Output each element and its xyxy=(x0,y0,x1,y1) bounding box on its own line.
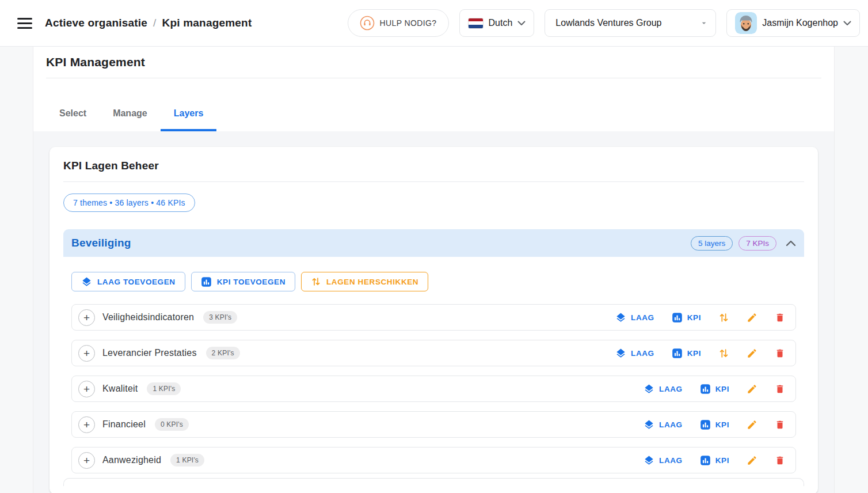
tab-layers[interactable]: Layers xyxy=(161,104,217,131)
row-add-layer-button[interactable]: LAAG xyxy=(615,312,654,323)
edit-button[interactable] xyxy=(747,419,757,430)
tab-select[interactable]: Select xyxy=(46,104,100,131)
layers-icon xyxy=(644,455,654,466)
edit-button[interactable] xyxy=(747,455,757,466)
delete-button[interactable] xyxy=(775,348,785,359)
headset-icon xyxy=(360,16,375,31)
row-add-kpi-button[interactable]: KPI xyxy=(672,312,701,323)
row-kpi-label: KPI xyxy=(715,420,729,429)
expand-layer-button[interactable]: + xyxy=(78,416,95,433)
row-add-layer-button[interactable]: LAAG xyxy=(615,348,654,359)
tab-manage[interactable]: Manage xyxy=(100,104,161,131)
delete-button[interactable] xyxy=(775,384,785,395)
section-actions: LAAG TOEVOEGEN KPI TOEVOEGEN xyxy=(71,272,796,291)
expand-layer-button[interactable]: + xyxy=(78,345,95,362)
row-add-kpi-button[interactable]: KPI xyxy=(672,348,701,359)
bar-chart-icon xyxy=(201,276,212,287)
left-gutter xyxy=(0,47,33,493)
pencil-icon xyxy=(747,348,757,359)
user-avatar xyxy=(735,12,757,34)
language-dropdown[interactable]: Dutch xyxy=(459,9,535,37)
edit-button[interactable] xyxy=(747,384,757,395)
expand-layer-button[interactable]: + xyxy=(78,452,95,469)
layers-count-badge: 5 layers xyxy=(691,236,733,251)
user-menu[interactable]: Jasmijn Kogenhop xyxy=(726,9,860,37)
layer-row: + Leverancier Prestaties 2 KPI's LAAG KP… xyxy=(71,340,796,366)
swap-vertical-icon xyxy=(718,348,729,359)
kpi-count-badge: 2 KPI's xyxy=(206,347,240,359)
chevron-up-icon[interactable] xyxy=(786,240,796,246)
reorder-layers-label: LAGEN HERSCHIKKEN xyxy=(326,278,418,286)
theme-section-header[interactable]: Beveiliging 5 layers 7 KPIs xyxy=(63,229,804,257)
swap-vertical-icon xyxy=(311,276,321,287)
layers-icon xyxy=(81,276,92,287)
row-kpi-label: KPI xyxy=(715,456,729,465)
pencil-icon xyxy=(747,384,757,395)
edit-button[interactable] xyxy=(747,348,757,359)
reorder-layers-button[interactable]: LAGEN HERSCHIKKEN xyxy=(301,272,428,291)
top-header: Actieve organisatie / Kpi management HUL… xyxy=(0,0,868,47)
kpi-count-badge: 0 KPI's xyxy=(155,418,189,431)
trash-icon xyxy=(775,312,785,323)
bar-chart-icon xyxy=(700,419,711,430)
help-button[interactable]: HULP NODIG? xyxy=(348,9,449,37)
row-add-kpi-button[interactable]: KPI xyxy=(700,455,729,466)
breadcrumb-section[interactable]: Actieve organisatie xyxy=(45,17,147,29)
row-laag-label: LAAG xyxy=(659,420,683,429)
add-layer-button[interactable]: LAAG TOEVOEGEN xyxy=(71,272,185,291)
layer-name: Kwaliteit xyxy=(102,384,138,394)
reorder-button[interactable] xyxy=(718,312,729,323)
menu-icon[interactable] xyxy=(17,18,32,29)
main-panel: KPI Management Select Manage Layers KPI … xyxy=(33,47,834,493)
card-divider xyxy=(63,181,804,182)
language-selected: Dutch xyxy=(489,18,513,28)
add-layer-label: LAAG TOEVOEGEN xyxy=(97,278,176,286)
row-laag-label: LAAG xyxy=(631,349,654,358)
caret-down-icon xyxy=(699,18,709,28)
kpis-count-badge: 7 KPIs xyxy=(738,236,776,251)
stats-badge: 7 themes • 36 layers • 46 KPIs xyxy=(63,194,195,212)
organization-dropdown[interactable]: Lowlands Ventures Group xyxy=(545,9,716,37)
expand-layer-button[interactable]: + xyxy=(78,381,95,397)
delete-button[interactable] xyxy=(775,312,785,323)
next-theme-section-peek[interactable] xyxy=(63,478,804,486)
layer-row: + Financieel 0 KPI's LAAG KPI xyxy=(71,411,796,438)
row-laag-label: LAAG xyxy=(659,385,683,393)
layers-icon xyxy=(644,419,654,430)
trash-icon xyxy=(775,384,785,395)
pencil-icon xyxy=(747,455,757,466)
tab-content: KPI Lagen Beheer 7 themes • 36 layers • … xyxy=(33,131,834,493)
row-add-layer-button[interactable]: LAAG xyxy=(644,419,683,430)
delete-button[interactable] xyxy=(775,419,785,430)
trash-icon xyxy=(775,455,785,466)
add-kpi-button[interactable]: KPI TOEVOEGEN xyxy=(191,272,295,291)
theme-section: Beveiliging 5 layers 7 KPIs xyxy=(63,229,804,473)
reorder-button[interactable] xyxy=(718,348,729,359)
row-add-layer-button[interactable]: LAAG xyxy=(644,455,683,466)
row-add-kpi-button[interactable]: KPI xyxy=(700,419,729,430)
layer-row: + Veiligheidsindicatoren 3 KPI's LAAG KP… xyxy=(71,304,796,331)
edit-button[interactable] xyxy=(747,312,757,323)
bar-chart-icon xyxy=(672,348,683,359)
theme-section-body: LAAG TOEVOEGEN KPI TOEVOEGEN xyxy=(63,257,804,473)
row-add-kpi-button[interactable]: KPI xyxy=(700,384,729,395)
help-button-label: HULP NODIG? xyxy=(380,18,437,28)
page-title: KPI Management xyxy=(46,55,821,69)
swap-vertical-icon xyxy=(718,312,729,323)
layer-row: + Aanwezigheid 1 KPI's LAAG KPI xyxy=(71,447,796,473)
trash-icon xyxy=(775,419,785,430)
add-kpi-label: KPI TOEVOEGEN xyxy=(217,278,285,286)
bar-chart-icon xyxy=(700,455,711,466)
breadcrumb-separator: / xyxy=(153,17,156,29)
row-kpi-label: KPI xyxy=(715,385,729,393)
bar-chart-icon xyxy=(700,384,711,395)
breadcrumb: Actieve organisatie / Kpi management xyxy=(45,17,252,29)
theme-title: Beveiliging xyxy=(71,237,131,249)
delete-button[interactable] xyxy=(775,455,785,466)
kpi-count-badge: 1 KPI's xyxy=(170,454,204,467)
layer-row: + Kwaliteit 1 KPI's LAAG KPI xyxy=(71,376,796,402)
row-add-layer-button[interactable]: LAAG xyxy=(644,384,683,395)
layer-name: Leverancier Prestaties xyxy=(102,348,197,358)
expand-layer-button[interactable]: + xyxy=(78,309,95,326)
row-kpi-label: KPI xyxy=(687,349,701,358)
